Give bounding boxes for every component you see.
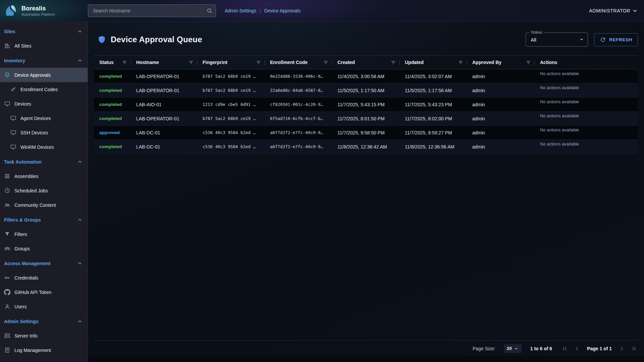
sidebar-item-assemblies[interactable]: Assemblies — [0, 169, 88, 183]
column-header-created[interactable]: Created — [332, 56, 399, 69]
filter-list-icon[interactable] — [188, 60, 194, 65]
sidebar-section-admin-settings[interactable]: Admin Settings — [0, 314, 88, 328]
main-content: Device Approval Queue Status All REFRESH — [88, 22, 644, 362]
table-header-row: Status Hostname Fingerprint Enrollment C… — [94, 55, 638, 69]
filter-list-icon[interactable] — [526, 60, 531, 65]
item-label: SSH Devices — [20, 130, 48, 135]
page-size-select[interactable]: 20 — [504, 344, 522, 353]
filter-list-icon[interactable] — [458, 60, 464, 65]
refresh-icon — [600, 37, 606, 43]
table-row[interactable]: completed LAB-DC-01 c536 40c3 9584 b2ed … — [94, 140, 638, 154]
status-filter-label: Status — [529, 30, 544, 34]
column-header-actions: Actions — [535, 56, 638, 69]
brand[interactable]: Borealis Automation Platform — [0, 3, 88, 18]
cell-status: completed — [94, 98, 131, 111]
cell-enrollment-code: a6f7d2f2-e7fc-40c0-9… — [265, 126, 332, 139]
github-icon — [4, 289, 10, 295]
cell-updated: 11/7/2025, 9:59:27 PM — [399, 126, 467, 139]
table-row[interactable]: completed LAB-OPERATOR-01 b787 5ac2 68b9… — [94, 83, 638, 98]
column-header-approved-by[interactable]: Approved By — [467, 56, 535, 69]
column-header-enrollment-code[interactable]: Enrollment Code — [265, 56, 332, 69]
cell-enrollment-code: 22a6e88c-84a6-4587-8… — [265, 83, 332, 97]
column-header-fingerprint[interactable]: Fingerprint — [197, 56, 265, 69]
user-menu[interactable]: ADMINISTRATOR — [589, 8, 638, 14]
sidebar-section-inventory[interactable]: Inventory — [0, 54, 88, 68]
sidebar-item-page-template[interactable]: Page Template — [0, 357, 88, 362]
item-label: Users — [14, 304, 27, 309]
cell-fingerprint: b787 5ac2 68b9 ce19 … — [197, 69, 265, 83]
table-row[interactable]: approved LAB-DC-01 c536 40c3 9584 b2ed …… — [94, 126, 638, 140]
breadcrumb-device-approvals[interactable]: Device Approvals — [264, 8, 301, 13]
table-body: completed LAB-OPERATOR-01 b787 5ac2 68b9… — [94, 69, 638, 154]
people-icon — [4, 202, 10, 208]
cell-actions: No actions available — [535, 98, 638, 111]
sidebar-item-devices[interactable]: Devices — [0, 97, 88, 111]
chevron-up-icon — [77, 159, 83, 165]
table-row[interactable]: completed LAB-OPERATOR-01 b787 5ac2 68b9… — [94, 112, 638, 126]
filter-list-icon[interactable] — [122, 60, 127, 65]
cell-approved-by: admin — [467, 69, 535, 83]
cell-fingerprint: b787 5ac2 68b9 ce19 … — [197, 83, 265, 97]
chevron-up-icon — [77, 318, 83, 324]
filter-list-icon[interactable] — [323, 60, 329, 65]
sidebar-item-winrm-devices[interactable]: WinRM Devices — [0, 140, 88, 154]
table-row[interactable]: completed LAB-OPERATOR-01 b787 5ac2 68b9… — [94, 69, 638, 83]
column-label: Approved By — [472, 60, 501, 65]
column-header-status[interactable]: Status — [94, 56, 131, 69]
column-header-hostname[interactable]: Hostname — [131, 56, 197, 69]
page-size-label: Page Size: — [473, 346, 495, 351]
filter-list-icon[interactable] — [256, 60, 261, 65]
brand-text: Borealis Automation Platform — [21, 5, 55, 16]
sidebar-item-github-api-token[interactable]: GitHub API Token — [0, 285, 88, 299]
sidebar-item-community-content[interactable]: Community Content — [0, 198, 88, 212]
sidebar-item-server-info[interactable]: Server Info — [0, 328, 88, 343]
status-filter-select[interactable]: Status All — [526, 33, 588, 47]
sidebar-item-log-management[interactable]: Log Management — [0, 343, 88, 357]
search-input[interactable] — [88, 4, 216, 17]
column-header-updated[interactable]: Updated — [399, 56, 467, 69]
cell-status: completed — [94, 69, 131, 83]
pagination-bar: Page Size: 20 1 to 6 of 6 Page 1 of 1 — [94, 340, 638, 356]
sidebar-item-enrollment-codes[interactable]: Enrollment Codes — [0, 82, 88, 97]
sidebar-item-ssh-devices[interactable]: SSH Devices — [0, 125, 88, 140]
brand-name: Borealis — [21, 5, 55, 12]
sidebar-item-all-sites[interactable]: All Sites — [0, 39, 88, 53]
column-label: Enrollment Code — [270, 60, 308, 65]
sidebar-item-credentials[interactable]: Credentials — [0, 270, 88, 285]
cell-enrollment-code: 0e22dd86-1536-406c-9… — [265, 69, 332, 83]
sidebar-section-sites[interactable]: Sites — [0, 24, 88, 39]
sidebar-item-filters[interactable]: Filters — [0, 227, 88, 241]
cell-approved-by: admin — [467, 126, 535, 139]
sidebar-item-scheduled-jobs[interactable]: Scheduled Jobs — [0, 183, 88, 198]
item-label: Agent Devices — [20, 116, 51, 121]
first-page-icon — [561, 345, 568, 352]
section-label: Access Management — [4, 261, 51, 266]
item-label: Credentials — [14, 275, 38, 281]
next-page-button[interactable] — [618, 345, 626, 353]
last-page-button[interactable] — [630, 345, 638, 353]
breadcrumb-separator: | — [260, 8, 261, 13]
cell-actions: No actions available — [535, 126, 638, 139]
sidebar-item-device-approvals[interactable]: Device Approvals — [0, 68, 88, 82]
item-label: Devices — [14, 101, 31, 107]
cell-created: 11/7/2025, 5:43:15 PM — [332, 98, 399, 111]
search-icon[interactable] — [206, 8, 213, 14]
refresh-button[interactable]: REFRESH — [594, 33, 638, 46]
first-page-button[interactable] — [561, 345, 569, 353]
sidebar-item-agent-devices[interactable]: Agent Devices — [0, 111, 88, 125]
table-row[interactable]: completed LAB-AIO-01 1213 cd9e cbe5 6d91… — [94, 98, 638, 112]
section-label: Sites — [4, 29, 15, 34]
cell-hostname: LAB-OPERATOR-01 — [131, 112, 197, 125]
filter-list-icon[interactable] — [390, 60, 396, 65]
sidebar-section-access-management[interactable]: Access Management — [0, 256, 88, 270]
sidebar-section-task-automation[interactable]: Task Automation — [0, 155, 88, 169]
sidebar-item-users[interactable]: Users — [0, 299, 88, 314]
previous-page-button[interactable] — [573, 345, 581, 353]
empty-space — [94, 154, 638, 340]
cell-fingerprint: c536 40c3 9584 b2ed … — [197, 126, 265, 139]
breadcrumb-admin-settings[interactable]: Admin Settings — [225, 8, 256, 13]
sidebar-item-groups[interactable]: Groups — [0, 241, 88, 256]
clock-icon — [4, 187, 10, 194]
item-label: GitHub API Token — [14, 290, 51, 295]
sidebar-section-filters-groups[interactable]: Filters & Groups — [0, 213, 88, 227]
